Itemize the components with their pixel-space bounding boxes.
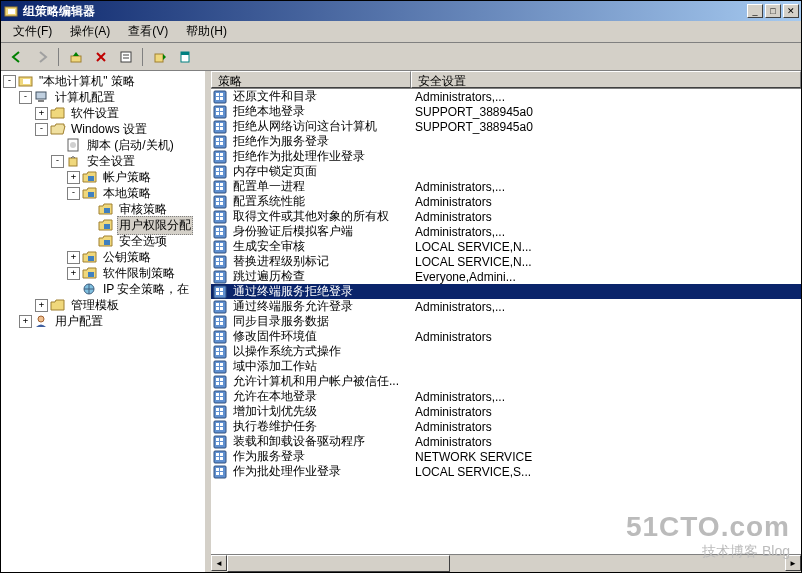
- tree-node[interactable]: +管理模板: [3, 297, 203, 313]
- back-button[interactable]: [5, 46, 28, 68]
- svg-rect-107: [220, 333, 223, 336]
- scroll-left-button[interactable]: ◄: [211, 555, 227, 571]
- svg-rect-15: [69, 158, 77, 166]
- policy-icon: [213, 255, 233, 269]
- tree-node[interactable]: +公钥策略: [3, 249, 203, 265]
- tree-label: 安全设置: [85, 153, 137, 170]
- menu-action[interactable]: 操作(A): [62, 21, 118, 42]
- policy-setting: Administrators,...: [411, 180, 801, 194]
- tree-expander[interactable]: +: [67, 267, 80, 280]
- svg-rect-146: [216, 453, 219, 456]
- delete-button[interactable]: [89, 46, 112, 68]
- tree-node[interactable]: -本地策略: [3, 185, 203, 201]
- svg-rect-114: [220, 352, 223, 355]
- menu-file[interactable]: 文件(F): [5, 21, 60, 42]
- policy-row[interactable]: 作为批处理作业登录LOCAL SERVICE,S...: [211, 464, 801, 479]
- tree-expander[interactable]: +: [67, 171, 80, 184]
- svg-rect-58: [216, 187, 219, 190]
- policy-icon: [213, 105, 233, 119]
- policy-folder-icon: [82, 186, 98, 200]
- policy-setting: Administrators: [411, 435, 801, 449]
- tree-node[interactable]: -计算机配置: [3, 89, 203, 105]
- svg-rect-41: [216, 138, 219, 141]
- svg-rect-106: [216, 333, 219, 336]
- refresh-button[interactable]: [173, 46, 196, 68]
- svg-rect-48: [216, 157, 219, 160]
- tree-node[interactable]: 用户权限分配: [3, 217, 203, 233]
- svg-rect-97: [220, 303, 223, 306]
- policy-row[interactable]: 以操作系统方式操作: [211, 344, 801, 359]
- policy-row[interactable]: 取得文件或其他对象的所有权Administrators: [211, 209, 801, 224]
- horizontal-scrollbar[interactable]: ◄ ►: [211, 554, 801, 572]
- policy-row[interactable]: 装载和卸载设备驱动程序Administrators: [211, 434, 801, 449]
- close-button[interactable]: ✕: [783, 4, 799, 18]
- tree-node[interactable]: 安全选项: [3, 233, 203, 249]
- security-icon: [66, 154, 82, 168]
- tree-node[interactable]: -安全设置: [3, 153, 203, 169]
- policy-row[interactable]: 拒绝本地登录SUPPORT_388945a0: [211, 104, 801, 119]
- policy-row[interactable]: 拒绝作为服务登录: [211, 134, 801, 149]
- policy-row[interactable]: 允许在本地登录Administrators,...: [211, 389, 801, 404]
- up-button[interactable]: [64, 46, 87, 68]
- column-policy[interactable]: 策略: [211, 71, 411, 88]
- tree-node[interactable]: +帐户策略: [3, 169, 203, 185]
- tree-expander[interactable]: +: [35, 299, 48, 312]
- tree-node[interactable]: -"本地计算机" 策略: [3, 73, 203, 89]
- minimize-button[interactable]: _: [747, 4, 763, 18]
- tree-expander[interactable]: -: [51, 155, 64, 168]
- policy-setting: LOCAL SERVICE,N...: [411, 240, 801, 254]
- policy-row[interactable]: 拒绝作为批处理作业登录: [211, 149, 801, 164]
- list-body[interactable]: 还原文件和目录Administrators,...拒绝本地登录SUPPORT_3…: [211, 89, 801, 554]
- policy-row[interactable]: 跳过遍历检查Everyone,Admini...: [211, 269, 801, 284]
- tree-node[interactable]: 脚本 (启动/关机): [3, 137, 203, 153]
- maximize-button[interactable]: □: [765, 4, 781, 18]
- tree-expander[interactable]: +: [35, 107, 48, 120]
- tree-node[interactable]: +软件设置: [3, 105, 203, 121]
- policy-row[interactable]: 增加计划优先级Administrators: [211, 404, 801, 419]
- tree-node[interactable]: +软件限制策略: [3, 265, 203, 281]
- forward-button[interactable]: [30, 46, 53, 68]
- policy-row[interactable]: 还原文件和目录Administrators,...: [211, 89, 801, 104]
- policy-row[interactable]: 替换进程级别标记LOCAL SERVICE,N...: [211, 254, 801, 269]
- menu-view[interactable]: 查看(V): [120, 21, 176, 42]
- policy-row[interactable]: 配置单一进程Administrators,...: [211, 179, 801, 194]
- policy-row[interactable]: 同步目录服务数据: [211, 314, 801, 329]
- tree-node[interactable]: IP 安全策略，在: [3, 281, 203, 297]
- export-button[interactable]: [148, 46, 171, 68]
- policy-row[interactable]: 身份验证后模拟客户端Administrators,...: [211, 224, 801, 239]
- policy-setting: LOCAL SERVICE,N...: [411, 255, 801, 269]
- svg-rect-37: [220, 123, 223, 126]
- policy-row[interactable]: 内存中锁定页面: [211, 164, 801, 179]
- tree-expander[interactable]: -: [35, 123, 48, 136]
- svg-rect-76: [216, 243, 219, 246]
- svg-point-24: [38, 316, 44, 322]
- policy-row[interactable]: 修改固件环境值Administrators: [211, 329, 801, 344]
- policy-row[interactable]: 配置系统性能Administrators: [211, 194, 801, 209]
- tree-node[interactable]: -Windows 设置: [3, 121, 203, 137]
- policy-setting: Administrators: [411, 420, 801, 434]
- scroll-thumb[interactable]: [227, 555, 450, 572]
- tree-expander[interactable]: +: [67, 251, 80, 264]
- tree-pane[interactable]: -"本地计算机" 策略-计算机配置+软件设置-Windows 设置脚本 (启动/…: [1, 71, 207, 572]
- policy-row[interactable]: 通过终端服务允许登录Administrators,...: [211, 299, 801, 314]
- policy-row[interactable]: 通过终端服务拒绝登录: [211, 284, 801, 299]
- policy-setting: SUPPORT_388945a0: [411, 120, 801, 134]
- policy-row[interactable]: 生成安全审核LOCAL SERVICE,N...: [211, 239, 801, 254]
- policy-icon: [213, 435, 233, 449]
- policy-row[interactable]: 域中添加工作站: [211, 359, 801, 374]
- scroll-right-button[interactable]: ►: [785, 555, 801, 571]
- policy-row[interactable]: 作为服务登录NETWORK SERVICE: [211, 449, 801, 464]
- policy-row[interactable]: 拒绝从网络访问这台计算机SUPPORT_388945a0: [211, 119, 801, 134]
- tree-node[interactable]: +用户配置: [3, 313, 203, 329]
- tree-expander[interactable]: -: [19, 91, 32, 104]
- tree-expander[interactable]: +: [19, 315, 32, 328]
- menu-help[interactable]: 帮助(H): [178, 21, 235, 42]
- policy-row[interactable]: 执行卷维护任务Administrators: [211, 419, 801, 434]
- policy-icon: [213, 330, 233, 344]
- tree-expander[interactable]: -: [67, 187, 80, 200]
- svg-rect-116: [216, 363, 219, 366]
- column-setting[interactable]: 安全设置: [411, 71, 801, 88]
- policy-row[interactable]: 允许计算机和用户帐户被信任...: [211, 374, 801, 389]
- properties-button[interactable]: [114, 46, 137, 68]
- tree-expander[interactable]: -: [3, 75, 16, 88]
